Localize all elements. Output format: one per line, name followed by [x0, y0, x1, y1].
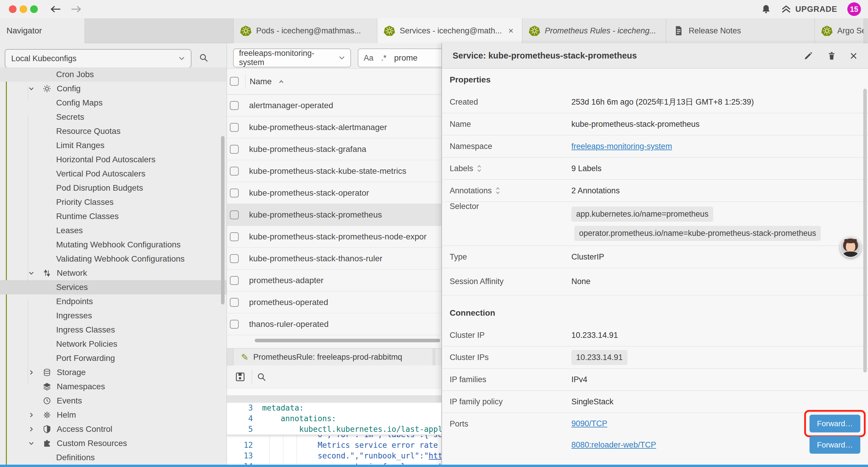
chevron-right-icon[interactable]: [28, 370, 42, 375]
namespace-select[interactable]: freeleaps-monitoring-system: [233, 49, 351, 67]
table-row[interactable]: kube-prometheus-stack-prometheus: [227, 204, 441, 226]
sidebar-item-resource-quotas[interactable]: Resource Quotas: [0, 124, 227, 138]
save-icon[interactable]: [235, 371, 246, 382]
chevron-down-icon[interactable]: [28, 270, 42, 276]
sidebar-item-config-maps[interactable]: Config Maps: [0, 96, 227, 110]
table-row[interactable]: prometheus-adapter: [227, 269, 441, 291]
traffic-light-zoom-icon[interactable]: [30, 5, 38, 13]
port-link[interactable]: 8080:reloader-web/TCP: [571, 440, 809, 449]
sidebar-item-port-forwarding[interactable]: Port Forwarding: [0, 351, 227, 365]
dock-tab-prometheusrule[interactable]: ✎ PrometheusRule: freeleaps-prod-rabbitm…: [233, 348, 433, 366]
row-checkbox[interactable]: [230, 188, 239, 198]
code-link[interactable]: https://net: [429, 451, 441, 460]
delete-trash-icon[interactable]: [827, 51, 837, 61]
yaml-editor[interactable]: 0","for":"1m","labels":{"service":" 12 M…: [227, 403, 441, 465]
row-checkbox[interactable]: [230, 101, 239, 110]
sidebar-item-ingress-classes[interactable]: Ingress Classes: [0, 323, 227, 337]
sidebar-item-storage[interactable]: Storage: [0, 365, 227, 380]
tab-prometheus-rules-icecheng[interactable]: Prometheus Rules - icecheng...: [522, 18, 666, 43]
sidebar-item-network[interactable]: Network: [0, 266, 227, 280]
traffic-light-close-icon[interactable]: [9, 5, 17, 13]
sidebar-item-priority-classes[interactable]: Priority Classes: [0, 195, 227, 209]
sidebar-item-vertical-pod-autoscalers[interactable]: Vertical Pod Autoscalers: [0, 167, 227, 181]
table-row[interactable]: kube-prometheus-stack-grafana: [227, 138, 441, 160]
sidebar-item-access-control[interactable]: Access Control: [0, 422, 227, 436]
sidebar-scrollbar[interactable]: [221, 136, 224, 304]
sidebar-item-custom-resources[interactable]: Custom Resources: [0, 436, 227, 450]
back-arrow-icon[interactable]: [50, 5, 61, 13]
chevron-down-icon[interactable]: [28, 440, 42, 446]
sidebar-item-endpoints[interactable]: Endpoints: [0, 294, 227, 309]
sidebar-item-events[interactable]: Events: [0, 394, 227, 408]
namespace-link[interactable]: freeleaps-monitoring-system: [571, 142, 672, 151]
drawer-scrollbar[interactable]: [863, 89, 867, 372]
sidebar-item-leases[interactable]: Leases: [0, 224, 227, 238]
upgrade-button[interactable]: UPGRADE: [781, 4, 837, 14]
window-title-bar: UPGRADE 15: [0, 0, 868, 18]
row-checkbox[interactable]: [230, 232, 239, 241]
forward-arrow-icon[interactable]: [70, 5, 82, 13]
table-row[interactable]: kube-prometheus-stack-thanos-ruler: [227, 248, 441, 269]
edit-pencil-icon[interactable]: [803, 51, 814, 61]
traffic-light-minimize-icon[interactable]: [20, 5, 27, 13]
name-column-header[interactable]: Name: [250, 68, 284, 95]
port-link[interactable]: 9090/TCP: [571, 419, 809, 428]
select-all-checkbox[interactable]: [230, 77, 239, 86]
match-case-toggle[interactable]: Aa: [364, 54, 373, 63]
row-checkbox[interactable]: [230, 320, 239, 329]
editor-search-icon[interactable]: [256, 372, 267, 382]
table-row[interactable]: kube-prometheus-stack-operator: [227, 182, 441, 204]
table-row[interactable]: prometheus-operated: [227, 291, 441, 313]
search-input[interactable]: Aa .* prome: [358, 49, 441, 67]
sidebar-item-ingresses[interactable]: Ingresses: [0, 309, 227, 323]
tab-release-notes[interactable]: Release Notes: [666, 18, 815, 43]
table-row[interactable]: kube-prometheus-stack-alertmanager: [227, 116, 441, 138]
row-checkbox[interactable]: [230, 167, 239, 176]
dock-tab-next[interactable]: ✎: [435, 348, 441, 366]
row-checkbox[interactable]: [230, 298, 239, 307]
tab-services-icecheng-math[interactable]: Services - icecheng@math...×: [377, 18, 522, 43]
sidebar-item-network-policies[interactable]: Network Policies: [0, 337, 227, 351]
sidebar-item-validating-webhook-configurations[interactable]: Validating Webhook Configurations: [0, 252, 227, 266]
sidebar-item-namespaces[interactable]: Namespaces: [0, 380, 227, 394]
horizontal-scrollbar[interactable]: [255, 339, 440, 342]
kubeconfig-select[interactable]: Local Kubeconfigs: [5, 49, 191, 68]
tab-pods-icecheng-mathmas[interactable]: Pods - icecheng@mathmas...: [234, 18, 377, 43]
row-checkbox[interactable]: [230, 145, 239, 154]
chevron-right-icon[interactable]: [28, 412, 42, 418]
sidebar-item-definitions[interactable]: Definitions: [0, 450, 227, 465]
sidebar-item-pod-disruption-budgets[interactable]: Pod Disruption Budgets: [0, 181, 227, 195]
sidebar-item-limit-ranges[interactable]: Limit Ranges: [0, 138, 227, 152]
table-row[interactable]: thanos-ruler-operated: [227, 313, 441, 335]
sidebar-search-icon[interactable]: [198, 53, 209, 63]
sidebar-item-runtime-classes[interactable]: Runtime Classes: [0, 209, 227, 224]
row-checkbox[interactable]: [230, 123, 239, 132]
chevron-down-icon[interactable]: [28, 86, 42, 92]
table-row[interactable]: alertmanager-operated: [227, 95, 441, 116]
sidebar-item-mutating-webhook-configurations[interactable]: Mutating Webhook Configurations: [0, 238, 227, 252]
user-avatar[interactable]: [840, 236, 861, 258]
close-icon[interactable]: ×: [850, 49, 857, 62]
regex-toggle[interactable]: .*: [381, 54, 386, 63]
row-checkbox[interactable]: [230, 254, 239, 263]
chevron-right-icon[interactable]: [28, 426, 42, 432]
sidebar-item-config[interactable]: Config: [0, 82, 227, 96]
row-checkbox[interactable]: [230, 210, 239, 219]
sidebar-item-helm[interactable]: Helm: [0, 408, 227, 422]
table-row[interactable]: kube-prometheus-stack-kube-state-metrics: [227, 160, 441, 182]
sidebar-item-secrets[interactable]: Secrets: [0, 110, 227, 124]
tab-close-icon[interactable]: ×: [508, 26, 514, 36]
sidebar-item-horizontal-pod-autoscalers[interactable]: Horizontal Pod Autoscalers: [0, 152, 227, 167]
notification-count-badge[interactable]: 15: [847, 2, 861, 16]
row-checkbox[interactable]: [230, 276, 239, 285]
forward-button[interactable]: Forward…: [809, 436, 860, 454]
tab-argo-se[interactable]: Argo Se: [815, 18, 864, 43]
sort-toggle-icon[interactable]: [495, 187, 500, 195]
sidebar-item-cron-jobs[interactable]: Cron Jobs: [0, 67, 227, 82]
navigator-panel-tab[interactable]: Navigator: [0, 18, 85, 43]
forward-button[interactable]: Forward…: [809, 415, 860, 432]
notifications-bell-icon[interactable]: [761, 4, 771, 14]
sort-toggle-icon[interactable]: [477, 165, 482, 172]
sidebar-item-services[interactable]: Services: [0, 280, 227, 294]
table-row[interactable]: kube-prometheus-stack-prometheus-node-ex…: [227, 226, 441, 248]
